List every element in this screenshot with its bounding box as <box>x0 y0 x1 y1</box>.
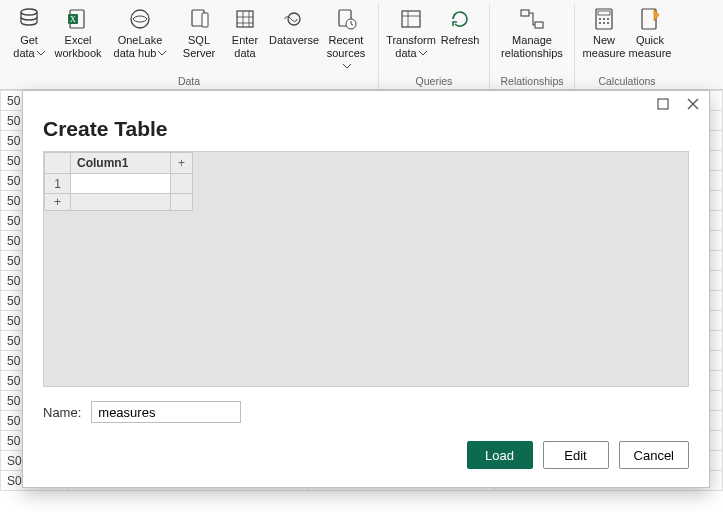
new-measure-button[interactable]: New measure <box>581 4 627 75</box>
svg-point-17 <box>607 18 609 20</box>
sql-server-label: SQL Server <box>178 34 220 60</box>
svg-point-0 <box>21 9 37 15</box>
add-column-button[interactable]: + <box>171 153 193 174</box>
chevron-down-icon <box>158 51 166 57</box>
refresh-button[interactable]: Refresh <box>437 4 483 75</box>
transform-data-label: Transform data <box>386 34 436 59</box>
dialog-titlebar <box>23 91 709 117</box>
enter-data-label: Enter data <box>224 34 266 60</box>
chevron-down-icon <box>343 64 351 70</box>
ribbon-group-label-relationships: Relationships <box>500 75 563 89</box>
grid-cell[interactable] <box>71 174 171 194</box>
svg-point-4 <box>131 10 149 28</box>
row-number: 1 <box>45 174 71 194</box>
dataverse-icon <box>280 6 308 32</box>
entry-grid[interactable]: Column1 + 1 + <box>44 152 193 211</box>
ribbon-group-data: Get data X Excel workbook OneLake data h… <box>0 4 379 89</box>
corner-cell <box>45 153 71 174</box>
svg-point-15 <box>599 18 601 20</box>
svg-rect-11 <box>521 10 529 16</box>
name-input[interactable] <box>91 401 241 423</box>
cancel-button[interactable]: Cancel <box>619 441 689 469</box>
close-button[interactable] <box>683 94 703 114</box>
quick-measure-label: Quick measure <box>629 34 672 60</box>
onelake-data-hub-button[interactable]: OneLake data hub <box>104 4 176 75</box>
manage-relationships-label: Manage relationships <box>498 34 566 60</box>
sql-server-button[interactable]: SQL Server <box>176 4 222 75</box>
get-data-button[interactable]: Get data <box>6 4 52 75</box>
recent-sources-button[interactable]: Recent sources <box>320 4 372 75</box>
dataverse-label: Dataverse <box>269 34 319 60</box>
svg-rect-12 <box>535 22 543 28</box>
chevron-down-icon <box>419 51 427 57</box>
column-header[interactable]: Column1 <box>71 153 171 174</box>
enter-data-button[interactable]: Enter data <box>222 4 268 75</box>
enter-data-icon <box>231 6 259 32</box>
get-data-label: Get data <box>13 34 38 59</box>
ribbon-group-label-calculations: Calculations <box>598 75 655 89</box>
recent-sources-label: Recent sources <box>327 34 366 59</box>
svg-point-16 <box>603 18 605 20</box>
grid-cell-pad <box>71 194 171 211</box>
quick-measure-button[interactable]: Quick measure <box>627 4 673 75</box>
relationships-icon <box>518 6 546 32</box>
svg-rect-22 <box>658 99 668 109</box>
svg-rect-14 <box>598 11 610 15</box>
svg-point-18 <box>599 22 601 24</box>
edit-button[interactable]: Edit <box>543 441 609 469</box>
svg-rect-7 <box>237 11 253 27</box>
grid-cell-pad <box>171 174 193 194</box>
name-row: Name: <box>23 387 709 423</box>
ribbon-group-relationships: Manage relationships Relationships <box>490 4 575 89</box>
transform-data-button[interactable]: Transform data <box>385 4 437 75</box>
svg-point-20 <box>607 22 609 24</box>
transform-icon <box>397 6 425 32</box>
excel-workbook-label: Excel workbook <box>54 34 102 60</box>
ribbon-group-label-queries: Queries <box>416 75 453 89</box>
load-button[interactable]: Load <box>467 441 533 469</box>
sql-icon <box>185 6 213 32</box>
dataverse-button[interactable]: Dataverse <box>268 4 320 75</box>
recent-icon <box>332 6 360 32</box>
excel-workbook-button[interactable]: X Excel workbook <box>52 4 104 75</box>
ribbon-group-queries: Transform data Refresh Queries <box>379 4 490 89</box>
refresh-icon <box>446 6 474 32</box>
ribbon-group-calculations: New measure Quick measure Calculations <box>575 4 679 89</box>
dialog-title: Create Table <box>23 117 709 151</box>
onelake-label: OneLake data hub <box>114 34 163 59</box>
manage-relationships-button[interactable]: Manage relationships <box>496 4 568 75</box>
quick-measure-icon <box>636 6 664 32</box>
maximize-button[interactable] <box>653 94 673 114</box>
name-label: Name: <box>43 405 81 420</box>
svg-rect-6 <box>202 13 208 27</box>
svg-text:X: X <box>70 15 76 24</box>
dialog-grid-area: Column1 + 1 + <box>43 151 689 387</box>
refresh-label: Refresh <box>441 34 480 60</box>
database-icon <box>15 6 43 32</box>
create-table-dialog: Create Table Column1 + 1 + Name: Load <box>22 90 710 488</box>
add-row-button[interactable]: + <box>45 194 71 211</box>
svg-point-19 <box>603 22 605 24</box>
svg-rect-10 <box>402 11 420 27</box>
ribbon-group-label-data: Data <box>178 75 200 89</box>
grid-cell-pad <box>171 194 193 211</box>
onelake-icon <box>126 6 154 32</box>
excel-icon: X <box>64 6 92 32</box>
dialog-footer: Load Edit Cancel <box>23 423 709 487</box>
ribbon: Get data X Excel workbook OneLake data h… <box>0 0 723 90</box>
new-measure-label: New measure <box>583 34 626 60</box>
calculator-icon <box>590 6 618 32</box>
chevron-down-icon <box>37 51 45 57</box>
